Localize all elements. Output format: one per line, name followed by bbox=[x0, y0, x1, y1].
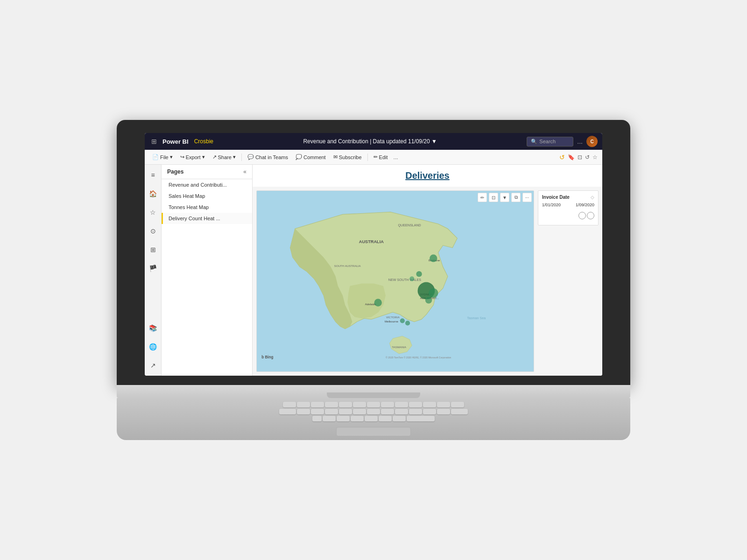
touchpad[interactable] bbox=[336, 427, 411, 436]
comment-button[interactable]: 💭 Comment bbox=[293, 153, 329, 161]
slider-left-handle[interactable] bbox=[578, 212, 586, 219]
page-item-sales-heat[interactable]: Sales Heat Map bbox=[162, 190, 252, 202]
separator-2 bbox=[367, 154, 368, 161]
sidebar-icon-learn[interactable]: 📚 bbox=[147, 322, 160, 335]
grid-icon[interactable]: ⊞ bbox=[149, 136, 159, 147]
fullscreen-icon[interactable]: ↺ bbox=[585, 154, 590, 161]
filter-date-range: 1/01/2020 1/09/2020 bbox=[542, 203, 594, 207]
export-chevron: ▾ bbox=[202, 154, 205, 160]
map-focus-icon[interactable]: ⊡ bbox=[489, 193, 498, 202]
key bbox=[423, 409, 436, 414]
key bbox=[423, 402, 436, 407]
map-toolbar: ✏ ⊡ ▼ ⧉ ··· bbox=[478, 193, 532, 202]
key bbox=[451, 402, 464, 407]
page-item-delivery-heat[interactable]: Delivery Count Heat ... bbox=[162, 213, 252, 224]
sidebar-icon-workspaces[interactable]: 🏴 bbox=[147, 262, 160, 275]
chevron-down-icon[interactable]: ▼ bbox=[431, 138, 437, 145]
key bbox=[409, 409, 422, 414]
laptop-keyboard bbox=[117, 398, 630, 440]
edit-button[interactable]: ✏ Edit bbox=[371, 153, 391, 161]
share-icon: ↗ bbox=[212, 154, 217, 160]
sidebar-icon-global[interactable]: 🌐 bbox=[147, 340, 160, 353]
map-expand-icon[interactable]: ⧉ bbox=[511, 193, 521, 202]
toolbar-more-icon[interactable]: ... bbox=[394, 154, 398, 161]
sidebar-icon-apps[interactable]: ⊞ bbox=[147, 243, 160, 256]
screen-bezel: ⊞ Power BI Crosbie Revenue and Contribut… bbox=[117, 120, 630, 385]
keyboard-row-3 bbox=[135, 416, 612, 421]
key bbox=[381, 409, 394, 414]
slider-right-handle[interactable] bbox=[587, 212, 594, 219]
map-more-icon[interactable]: ··· bbox=[522, 193, 532, 202]
filter-pin-icon[interactable]: ◇ bbox=[591, 195, 594, 200]
avatar[interactable]: C bbox=[586, 136, 598, 147]
date-range-slider[interactable] bbox=[542, 210, 594, 221]
sidebar-icon-recent[interactable]: ⊙ bbox=[147, 224, 160, 238]
subscribe-button[interactable]: ✉ Subscribe bbox=[331, 153, 365, 161]
pages-collapse-button[interactable]: « bbox=[243, 168, 247, 175]
svg-point-17 bbox=[425, 297, 432, 303]
teams-icon: 💬 bbox=[247, 154, 254, 160]
edit-icon: ✏ bbox=[374, 154, 378, 160]
star-icon[interactable]: ☆ bbox=[592, 154, 598, 161]
more-options-icon[interactable]: ... bbox=[577, 138, 583, 145]
pages-panel: Pages « Revenue and Contributi... Sales … bbox=[162, 165, 253, 376]
subscribe-icon: ✉ bbox=[333, 154, 338, 160]
toolbar-right: ↺ 🔖 ⊡ ↺ ☆ bbox=[559, 154, 598, 161]
key bbox=[283, 402, 296, 407]
file-icon: 📄 bbox=[152, 154, 159, 160]
report-content: Deliveries ✏ ⊡ ▼ ⧉ ··· bbox=[253, 165, 602, 376]
sidebar-icon-expand[interactable]: ↗ bbox=[147, 359, 160, 372]
search-box[interactable]: 🔍 Search bbox=[527, 137, 573, 147]
svg-text:AUSTRALIA: AUSTRALIA bbox=[359, 239, 384, 244]
key bbox=[367, 409, 380, 414]
key bbox=[297, 402, 310, 407]
page-item-tonnes-heat[interactable]: Tonnes Heat Map bbox=[162, 202, 252, 213]
key bbox=[339, 409, 352, 414]
key bbox=[395, 409, 408, 414]
file-button[interactable]: 📄 File ▾ bbox=[149, 153, 176, 161]
toolbar: 📄 File ▾ ↪ Export ▾ ↗ Share ▾ bbox=[145, 150, 602, 165]
key bbox=[379, 416, 392, 421]
svg-point-18 bbox=[374, 299, 382, 306]
key bbox=[409, 402, 422, 407]
navbar: ⊞ Power BI Crosbie Revenue and Contribut… bbox=[145, 133, 602, 150]
svg-point-13 bbox=[430, 254, 437, 262]
laptop-base bbox=[117, 385, 630, 398]
sidebar-icon-menu[interactable]: ≡ bbox=[147, 168, 160, 182]
svg-text:QUEENSLAND: QUEENSLAND bbox=[398, 224, 421, 227]
svg-point-19 bbox=[400, 318, 405, 323]
keyboard-rows bbox=[126, 402, 621, 421]
export-button[interactable]: ↪ Export ▾ bbox=[177, 153, 208, 161]
share-button[interactable]: ↗ Share ▾ bbox=[210, 153, 239, 161]
key bbox=[365, 416, 378, 421]
map-visual[interactable]: ✏ ⊡ ▼ ⧉ ··· bbox=[256, 190, 534, 372]
export-icon: ↪ bbox=[180, 154, 184, 160]
workspace-label: Crosbie bbox=[194, 138, 213, 145]
view-icon[interactable]: ⊡ bbox=[578, 154, 582, 161]
filter-header: Invoice Date ◇ bbox=[542, 195, 594, 200]
svg-point-21 bbox=[409, 276, 414, 281]
sidebar-icon-favorites[interactable]: ☆ bbox=[147, 206, 160, 219]
sidebar-icon-home[interactable]: 🏠 bbox=[147, 187, 160, 200]
key bbox=[339, 402, 352, 407]
key bbox=[437, 409, 450, 414]
bookmark-icon[interactable]: 🔖 bbox=[568, 154, 575, 161]
key bbox=[311, 402, 324, 407]
key bbox=[311, 409, 324, 414]
svg-point-16 bbox=[429, 288, 438, 298]
map-pencil-icon[interactable]: ✏ bbox=[478, 193, 487, 202]
chat-button[interactable]: 💬 Chat in Teams bbox=[245, 153, 291, 161]
map-filter-icon[interactable]: ▼ bbox=[500, 193, 509, 202]
app-logo: Power BI bbox=[162, 138, 189, 145]
key bbox=[325, 402, 338, 407]
key bbox=[325, 409, 338, 414]
key bbox=[367, 402, 380, 407]
comment-icon: 💭 bbox=[296, 154, 302, 160]
icon-sidebar: ≡ 🏠 ☆ ⊙ ⊞ 🏴 📚 🌐 ↗ bbox=[145, 165, 162, 376]
refresh-icon[interactable]: ↺ bbox=[559, 154, 565, 161]
file-chevron: ▾ bbox=[170, 154, 173, 160]
page-item-revenue[interactable]: Revenue and Contributi... bbox=[162, 179, 252, 190]
key bbox=[381, 402, 394, 407]
filter-date-to: 1/09/2020 bbox=[576, 203, 594, 207]
report-header-title: Revenue and Contribution | Data updated … bbox=[217, 138, 523, 145]
